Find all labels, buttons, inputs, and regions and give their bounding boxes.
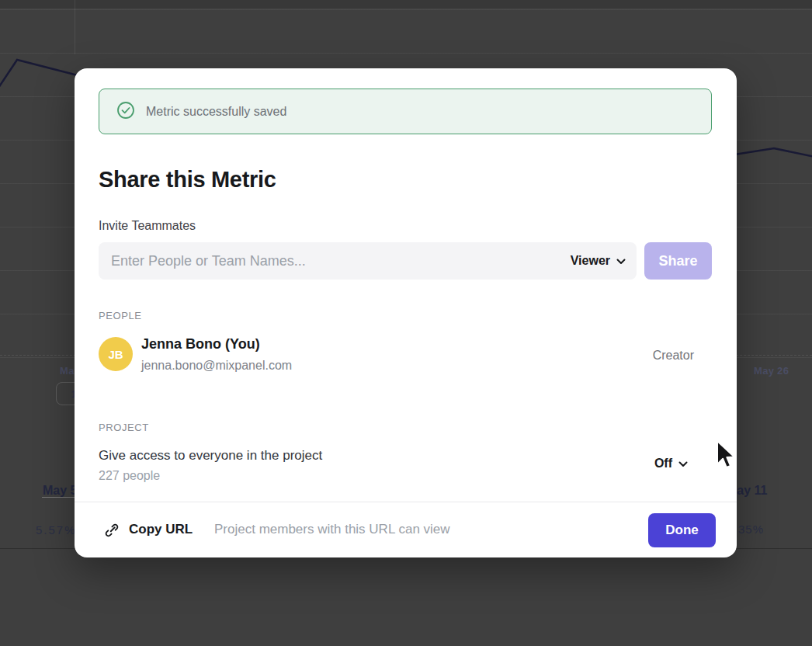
- copy-url-button[interactable]: Copy URL: [129, 522, 193, 537]
- role-dropdown[interactable]: Viewer: [571, 242, 626, 280]
- chevron-down-icon: [678, 457, 688, 471]
- project-access-title: Give access to everyone in the project: [99, 448, 322, 464]
- summary-value-right: 35%: [738, 523, 764, 536]
- role-dropdown-value: Viewer: [571, 254, 610, 268]
- member-role: Creator: [653, 349, 694, 363]
- share-button[interactable]: Share: [644, 242, 712, 280]
- x-axis-label-right: May 26: [754, 365, 789, 377]
- people-section-heading: PEOPLE: [99, 310, 142, 321]
- link-icon: [104, 523, 120, 541]
- modal-title: Share this Metric: [99, 167, 276, 193]
- invite-input[interactable]: [99, 242, 637, 280]
- invite-input-field[interactable]: Viewer: [99, 242, 637, 280]
- share-metric-modal: Metric successfully saved Share this Met…: [75, 68, 737, 557]
- check-circle-icon: [116, 101, 135, 123]
- toast-message: Metric successfully saved: [146, 105, 286, 119]
- chevron-down-icon: [616, 254, 626, 268]
- project-access-dropdown[interactable]: Off: [654, 453, 688, 474]
- member-name: Jenna Bono (You): [141, 336, 260, 353]
- summary-date-left: May 5: [43, 484, 77, 498]
- project-section-heading: PROJECT: [99, 422, 149, 433]
- modal-footer: Copy URL Project members with this URL c…: [75, 502, 737, 557]
- summary-value-left: 5.57%: [36, 523, 77, 537]
- avatar: JB: [99, 337, 133, 371]
- done-button[interactable]: Done: [648, 513, 716, 547]
- invite-teammates-label: Invite Teammates: [99, 219, 196, 233]
- project-access-value: Off: [654, 457, 672, 471]
- success-toast: Metric successfully saved: [99, 89, 712, 134]
- copy-url-hint: Project members with this URL can view: [214, 522, 450, 537]
- member-email: jenna.bono@mixpanel.com: [141, 359, 292, 373]
- project-access-subtitle: 227 people: [99, 469, 160, 483]
